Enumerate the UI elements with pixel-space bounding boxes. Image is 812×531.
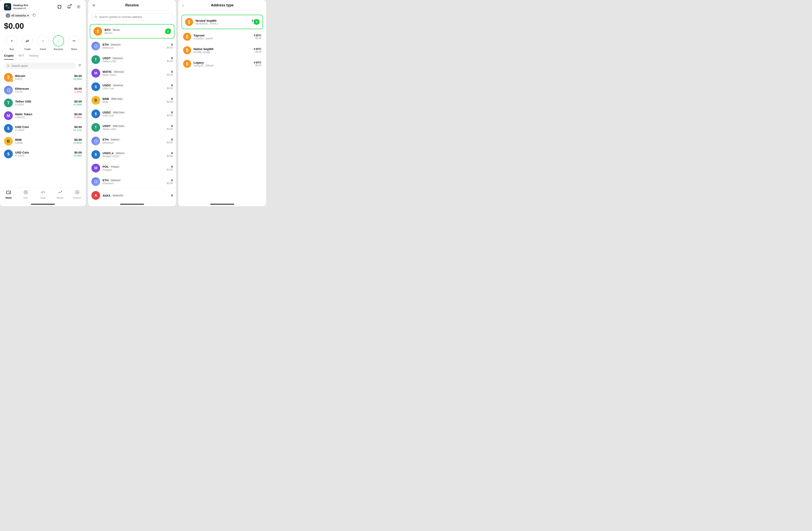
asset-change: +0.09% [73,154,82,157]
matic-receive-icon: M [91,69,100,77]
more-label: More [71,48,77,51]
asset-sub: 0 USDC [15,129,71,132]
coin-info: AVAX Avalanche [103,194,169,197]
coin-item-btc[interactable]: ₿ BTC Bitcoin Bitcoin 0 $0.00 2 [90,24,174,39]
nav-browser[interactable]: Browser [69,190,86,199]
coin-amount: 0 $0.00 [167,138,173,144]
more-button[interactable]: ••• More [69,35,79,51]
settings-button[interactable] [75,4,82,10]
coin-symbol: USDC [103,84,111,87]
list-item[interactable]: $ USD Coin 0 USDC $0.00 +0.09% [0,148,86,160]
trade-button[interactable]: ⇄ Trade [22,35,33,51]
bnb-icon: B [4,137,13,146]
coin-info: BNB BNB Chain BNB [103,97,164,103]
nav-market-label: Market [57,196,63,199]
addr-btc: 0 BTC [254,61,261,64]
addr-nested-segwit[interactable]: ₿ Nested SegWit 3KoBbHGo...VxFhhJ 0 BTC … [182,15,263,29]
asset-name: Ethereum [15,87,71,90]
svg-rect-3 [8,7,10,9]
list-item[interactable]: ₿ ₿ Bitcoin 0 BTC $0.00 +0.03% [0,71,86,84]
receive-search-input[interactable] [99,15,170,18]
coin-bal: 0 [167,70,173,73]
asset-name: Tether USD [15,100,71,103]
coin-item-usdce[interactable]: $ USDC.e Arbitrum Bridged USDC 0 $0.00 [88,148,176,161]
coin-item-eth[interactable]: ⬡ ETH Ethereum Ethereum 0 $0.00 [88,39,176,53]
search-asset-input[interactable] [11,64,73,68]
coin-item-usdt-bnb[interactable]: T USDT BNB Chain Tether USD 0 $0.00 [88,121,176,134]
coin-item-eth-arb[interactable]: ⬡ ETH Arbitrum Ethereum 0 $0.00 [88,134,176,148]
list-item[interactable]: B BNB 0 BNB $0.00 +0.02% [0,135,86,148]
expand-button[interactable] [56,4,63,10]
coin-symbol: USDT [103,56,111,60]
asset-change: +0.11% [73,129,82,132]
coin-full-name: Tether USD [103,128,164,131]
svg-rect-4 [58,5,61,9]
coin-usd: $0.00 [167,128,173,130]
trade-icon: ⇄ [22,35,33,46]
buy-button[interactable]: + Buy [6,35,17,51]
coin-symbol: BTC [104,28,111,31]
coin-amount: 0 $0.00 [167,84,173,90]
addr-info: Legacy 16vt2p15...Q5kys8 [193,61,251,67]
list-item[interactable]: $ USD Coin 0 USDC $0.00 +0.11% [0,122,86,135]
nav-market[interactable]: Market [52,190,69,199]
wallet-nav-icon [6,190,11,196]
svg-rect-7 [33,14,35,16]
asset-info: Bitcoin 0 BTC [15,74,71,80]
list-item[interactable]: ⬡ Ethereum 0 ETH $0.00 -1.34% [0,84,86,97]
addr-info: Native SegWit bc1qftjj...gvxpjg [193,47,251,54]
addr-native-segwit[interactable]: ₿ Native SegWit bc1qftjj...gvxpjg 0 BTC … [180,43,264,57]
coin-network: Optimism [110,179,121,182]
home-bar [210,204,234,205]
search-icon [7,64,10,68]
nav-wallet[interactable]: Wallet [0,190,17,199]
eth-receive-icon: ⬡ [91,42,100,50]
coin-full-name: Polygon [103,168,164,171]
coin-item-pol[interactable]: M POL Polygon Polygon 0 $0.00 [88,161,176,175]
account-info[interactable]: OneKey Pro Account #1 ⌄ [4,3,29,10]
copy-button[interactable] [32,13,36,18]
receive-button[interactable]: ↓ Receive [53,35,64,51]
list-item[interactable]: M Matic Token 0 MATIC $0.00 -0.98% [0,109,86,122]
coin-item-avax[interactable]: A AVAX Avalanche 0 [88,189,176,202]
coin-item-usdc[interactable]: $ USDC Ethereum USD Coin 0 $0.00 [88,80,176,93]
coin-item-usdt[interactable]: T USDT Ethereum Tether USD 0 $0.00 [88,53,176,67]
filter-button[interactable] [78,63,82,69]
addr-taproot[interactable]: ₿ Taproot bc1pa6cx...paz6vl 0 BTC $0.00 [180,30,264,43]
asset-name: BNB [15,138,71,142]
tab-crypto[interactable]: Crypto [4,54,14,60]
asset-change: -1.34% [74,90,82,93]
trade-label: Trade [24,48,30,51]
asset-price: $0.00 [74,113,82,116]
notification-button[interactable] [66,4,72,10]
search-wrap[interactable] [4,63,76,69]
coin-item-usdc-bnb[interactable]: $ USDC BNB Chain USD Coin 0 $0.00 [88,107,176,121]
receive-search [88,11,176,23]
bottom-nav: Wallet Earn Trade [0,188,86,202]
addr-legacy[interactable]: ₿ Legacy 16vt2p15...Q5kys8 0 BTC $0.00 [180,57,264,71]
bnb-receive-icon: B [91,96,100,105]
coin-name-row: BNB BNB Chain [103,97,164,101]
asset-price: $0.00 [73,138,82,142]
receive-search-wrap[interactable] [91,13,173,21]
nav-trade[interactable]: Trade [34,190,52,199]
receive-title: Receive [125,3,139,8]
list-item[interactable]: T Tether USD 0 USDT $0.00 +0.24% [0,97,86,109]
send-icon: ↑ [37,35,48,46]
market-nav-icon [58,190,62,196]
network-selector[interactable]: All networks ▾ [4,13,31,18]
buy-label: Buy [10,48,14,51]
btc-addr-icon: ₿ [185,18,193,26]
tab-nft[interactable]: NFT [18,54,24,60]
coin-item-bnb[interactable]: B BNB BNB Chain BNB 0 $0.00 [88,93,176,107]
send-button[interactable]: ↑ Send [37,35,48,51]
coin-item-matic[interactable]: M MATIC Ethereum Matic Token 0 $0.00 [88,67,176,80]
back-button[interactable]: ‹ [182,3,184,8]
coin-amount: 0 $0.00 [167,179,173,185]
coin-bal: 0 [167,124,173,128]
addr-value: 3KoBbHGo...VxFhhJ [195,22,249,25]
tab-history[interactable]: History [29,54,39,60]
close-button[interactable]: ✕ [92,3,96,8]
nav-earn[interactable]: Earn [17,190,34,199]
coin-item-eth-opt[interactable]: ⬡ ETH Optimism Ethereum 0 $0.00 [88,175,176,189]
